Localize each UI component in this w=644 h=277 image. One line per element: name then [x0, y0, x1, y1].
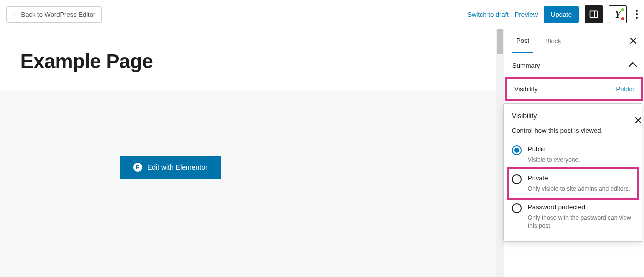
- radio-hint: Visible to everyone.: [528, 156, 634, 164]
- visibility-label: Visibility: [514, 86, 538, 93]
- radio-body: Public Visible to everyone.: [528, 146, 634, 164]
- visibility-option-public[interactable]: Public Visible to everyone.: [512, 142, 634, 168]
- back-to-wp-button[interactable]: ← Back to WordPress Editor: [6, 6, 102, 23]
- canvas-body: E Edit with Elementor: [0, 91, 496, 277]
- visibility-row-highlight: Visibility Public: [505, 78, 643, 101]
- popover-title-row: Visibility: [512, 112, 634, 120]
- tab-block[interactable]: Block: [541, 30, 565, 54]
- elementor-icon: E: [133, 163, 142, 172]
- tab-post[interactable]: Post: [512, 30, 533, 54]
- radio-hint: Only those with the password can view th…: [528, 214, 634, 231]
- settings-sidebar: Post Block Summary Visibility Public Vis…: [504, 30, 644, 277]
- close-sidebar-button[interactable]: [629, 36, 638, 46]
- editor-header: ← Back to WordPress Editor Switch to dra…: [0, 0, 644, 30]
- summary-label: Summary: [512, 62, 540, 70]
- sidebar-tabs: Post Block: [504, 30, 644, 54]
- settings-sidebar-toggle-icon[interactable]: [585, 6, 603, 24]
- header-actions: Switch to draft Preview Update Y: [467, 6, 638, 24]
- vertical-scrollbar[interactable]: [496, 30, 504, 277]
- radio-public[interactable]: [512, 146, 522, 156]
- popover-description: Control how this post is viewed.: [512, 127, 634, 134]
- preview-button[interactable]: Preview: [515, 11, 538, 18]
- update-button[interactable]: Update: [544, 6, 579, 23]
- more-options-icon[interactable]: [636, 10, 638, 19]
- page-title[interactable]: Example Page: [0, 30, 496, 73]
- radio-body: Private Only visible to site admins and …: [528, 174, 634, 194]
- radio-body: Password protected Only those with the p…: [528, 204, 634, 231]
- radio-label: Public: [528, 146, 634, 153]
- editor-canvas: Example Page E Edit with Elementor: [0, 30, 496, 277]
- summary-panel-header[interactable]: Summary: [504, 54, 644, 78]
- svg-rect-0: [590, 11, 598, 18]
- radio-password[interactable]: [512, 204, 522, 214]
- scrollbar-thumb[interactable]: [497, 30, 503, 54]
- switch-to-draft-button[interactable]: Switch to draft: [467, 11, 508, 18]
- elementor-label: Edit with Elementor: [147, 164, 208, 172]
- radio-label: Password protected: [528, 204, 634, 211]
- radio-label: Private: [528, 174, 634, 182]
- yoast-icon[interactable]: Y: [609, 6, 627, 24]
- radio-hint: Only visible to site admins and editors.: [528, 185, 634, 194]
- visibility-popover: Visibility Control how this post is view…: [503, 104, 642, 242]
- main-area: Example Page E Edit with Elementor Post …: [0, 30, 644, 277]
- chevron-up-icon: [629, 62, 637, 71]
- popover-title: Visibility: [512, 112, 537, 120]
- radio-private[interactable]: [512, 174, 522, 184]
- visibility-row[interactable]: Visibility Public: [507, 80, 641, 99]
- visibility-option-private[interactable]: Private Only visible to site admins and …: [507, 168, 639, 200]
- edit-with-elementor-button[interactable]: E Edit with Elementor: [120, 156, 221, 179]
- close-icon: [629, 36, 638, 46]
- visibility-value[interactable]: Public: [616, 86, 634, 93]
- visibility-option-password[interactable]: Password protected Only those with the p…: [512, 200, 634, 234]
